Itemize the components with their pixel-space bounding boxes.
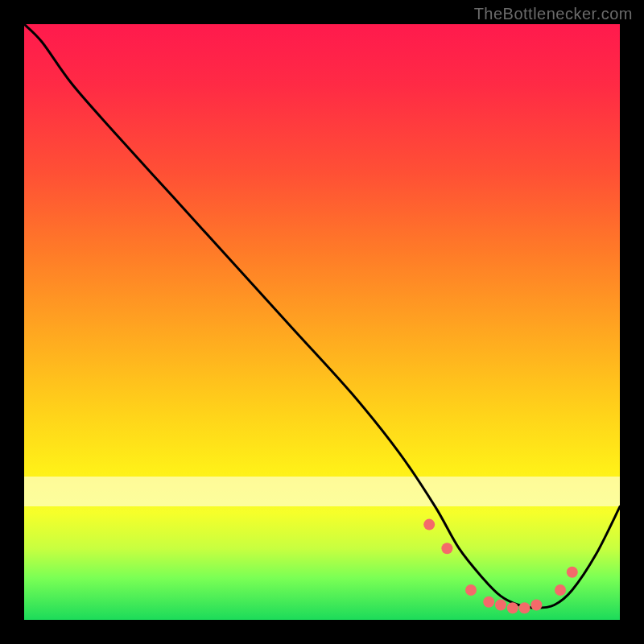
plot-area <box>24 24 620 620</box>
marker-dot <box>495 600 506 611</box>
marker-dot <box>423 519 435 530</box>
chart-frame: TheBottleneсker.com <box>0 0 644 644</box>
marker-dot <box>465 584 477 596</box>
marker-dot <box>519 602 530 613</box>
marker-dot <box>441 543 452 554</box>
marker-dot <box>530 600 542 611</box>
curve-markers <box>423 519 578 614</box>
marker-dot <box>555 584 566 596</box>
marker-dot <box>507 602 518 613</box>
watermark-text: TheBottleneсker.com <box>474 5 633 23</box>
marker-dot <box>567 567 578 578</box>
marker-dot <box>483 597 494 608</box>
chart-svg <box>24 24 620 620</box>
bottleneck-curve <box>24 24 620 608</box>
